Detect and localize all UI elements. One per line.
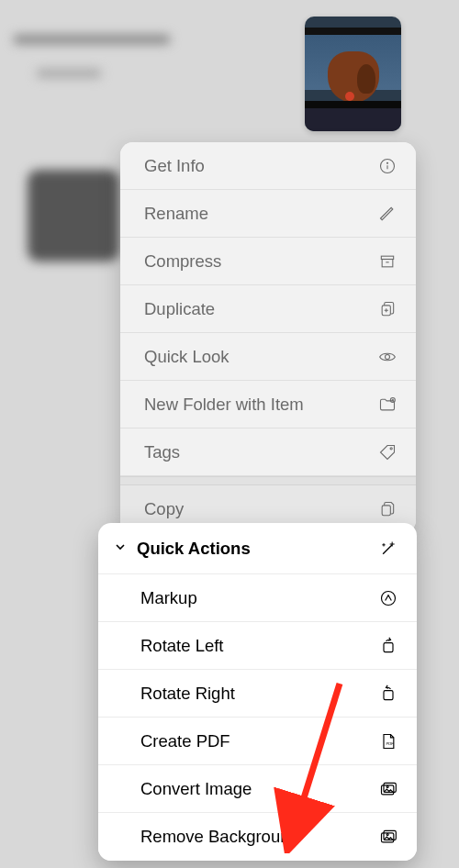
menu-item-rename[interactable]: Rename — [120, 190, 416, 238]
svg-rect-17 — [384, 690, 393, 699]
quick-action-label: Create PDF — [140, 731, 230, 751]
quick-action-label: Rotate Left — [140, 636, 224, 656]
menu-item-compress[interactable]: Compress — [120, 238, 416, 285]
svg-rect-4 — [382, 259, 393, 266]
menu-item-quick-look[interactable]: Quick Look — [120, 333, 416, 381]
pdf-icon: PDF — [378, 731, 398, 751]
selected-file-thumbnail[interactable] — [305, 17, 401, 131]
svg-point-13 — [390, 447, 392, 449]
menu-item-label: Compress — [144, 251, 221, 272]
menu-item-duplicate[interactable]: Duplicate — [120, 285, 416, 333]
gallery-icon — [378, 827, 398, 847]
menu-separator — [120, 476, 416, 485]
folder-plus-icon — [377, 395, 397, 415]
menu-item-label: Rename — [144, 204, 208, 224]
menu-item-new-folder-with-item[interactable]: New Folder with Item — [120, 381, 416, 428]
quick-action-label: Convert Image — [140, 779, 252, 799]
svg-point-15 — [382, 591, 396, 605]
quick-action-create-pdf[interactable]: Create PDF PDF — [98, 718, 417, 765]
svg-point-9 — [386, 354, 390, 359]
quick-action-label: Remove Background — [140, 827, 299, 847]
sparkles-icon — [378, 539, 398, 559]
rotate-left-icon — [378, 636, 398, 656]
quick-action-rotate-left[interactable]: Rotate Left — [98, 622, 417, 670]
gallery-icon — [378, 779, 398, 799]
chevron-down-icon — [113, 540, 128, 557]
menu-item-tags[interactable]: Tags — [120, 428, 416, 476]
menu-item-label: Get Info — [144, 156, 205, 176]
menu-item-label: Quick Look — [144, 347, 230, 367]
quick-action-label: Rotate Right — [140, 684, 235, 704]
svg-rect-14 — [382, 506, 390, 516]
markup-icon — [378, 588, 398, 608]
quick-action-markup[interactable]: Markup — [98, 574, 417, 622]
archivebox-icon — [377, 251, 397, 272]
svg-point-21 — [386, 785, 388, 787]
tag-icon — [377, 442, 397, 462]
quick-actions-menu: Quick Actions Markup Rotate Left Rotate … — [98, 523, 417, 861]
menu-item-label: Tags — [144, 442, 180, 462]
quick-action-label: Markup — [140, 588, 197, 608]
copy-icon — [377, 499, 397, 519]
duplicate-icon — [377, 299, 397, 319]
eye-icon — [377, 347, 397, 367]
quick-actions-title: Quick Actions — [137, 539, 251, 559]
svg-rect-16 — [384, 642, 393, 651]
menu-item-get-info[interactable]: Get Info — [120, 142, 416, 190]
svg-point-24 — [386, 834, 388, 836]
quick-action-convert-image[interactable]: Convert Image — [98, 765, 417, 813]
rotate-right-icon — [378, 684, 398, 704]
svg-point-2 — [387, 162, 388, 163]
quick-action-remove-background[interactable]: Remove Background — [98, 813, 417, 861]
svg-text:PDF: PDF — [386, 741, 395, 746]
menu-item-label: Copy — [144, 499, 184, 519]
menu-item-label: Duplicate — [144, 299, 215, 319]
quick-action-rotate-right[interactable]: Rotate Right — [98, 670, 417, 718]
pencil-icon — [377, 204, 397, 224]
info-icon — [377, 156, 397, 176]
menu-item-label: New Folder with Item — [144, 395, 304, 415]
context-menu: Get Info Rename Compress Duplicate Quick… — [120, 142, 416, 533]
quick-actions-header[interactable]: Quick Actions — [98, 523, 417, 574]
